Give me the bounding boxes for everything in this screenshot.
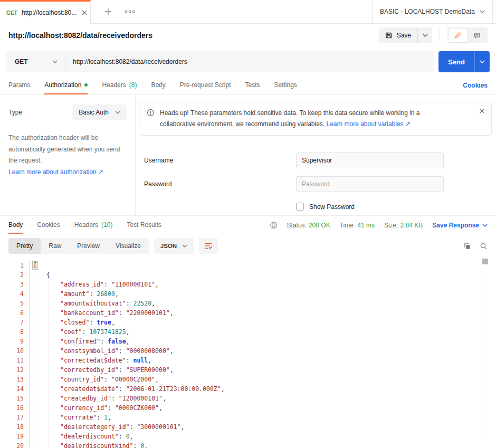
chevron-down-icon (52, 60, 58, 63)
code-line: 5"amountwithoutvat": 22520, (0, 299, 496, 308)
response-tab-cookies[interactable]: Cookies (37, 216, 60, 234)
username-label: Username (144, 157, 296, 164)
code-line: 11"correctedat$date": null, (0, 356, 496, 365)
request-tab[interactable]: GET http://localhost:80... (0, 0, 91, 24)
response-tab-headers[interactable]: Headers(10) (74, 216, 113, 234)
environment-name: BASIC - LOCALHOST DemoData (380, 8, 475, 15)
code-line: 9"confirmed": false, (0, 337, 496, 346)
view-raw[interactable]: Raw (41, 238, 69, 254)
response-tabs-row: Body Cookies Headers(10) Test Results St… (0, 215, 496, 234)
method-select[interactable]: GET (6, 51, 65, 72)
size-badge: Size:2.84 KB (384, 222, 423, 229)
url-bar: GET http://localhost:8082/data/receivedo… (0, 47, 496, 77)
pane-edge (492, 0, 496, 24)
response-toolbar: Pretty Raw Preview Visualize JSON (0, 234, 496, 258)
auth-type-label: Type (8, 109, 22, 116)
code-line: 6"bankaccount_id": "2200000101", (0, 308, 496, 318)
banner-close-icon[interactable] (479, 108, 485, 114)
code-line: 12"correctedby_id": "SUPER00000", (0, 365, 496, 375)
scrollbar-thumb[interactable] (482, 259, 488, 264)
format-select[interactable]: JSON (154, 238, 194, 254)
code-line: 3"address_id": "1100000101", (0, 280, 496, 289)
url-input[interactable]: http://localhost:8082/data/receivedorder… (65, 58, 195, 65)
response-tool-icons (463, 242, 488, 250)
time-badge: Time:41 ms (340, 222, 375, 229)
headers-count-badge: (8) (129, 81, 137, 89)
response-tab-test-results[interactable]: Test Results (127, 216, 161, 234)
send-options-chevron[interactable] (474, 51, 490, 72)
view-preview[interactable]: Preview (69, 238, 108, 254)
view-pretty[interactable]: Pretty (8, 238, 41, 254)
auth-help-text: The authorization header will be automat… (8, 132, 130, 178)
sensitive-data-banner: Heads up! These parameters hold sensitiv… (140, 102, 492, 136)
new-tab-plus-icon[interactable] (104, 8, 112, 15)
save-icon (385, 32, 393, 39)
cookies-link[interactable]: Cookies (463, 82, 488, 89)
tab-authorization[interactable]: Authorization (44, 77, 88, 94)
copy-icon[interactable] (463, 242, 471, 250)
code-line: 13"country_id": "00000CZ000", (0, 375, 496, 384)
chevron-down-icon (482, 224, 488, 227)
code-line: 20"dealerdiscountkind": 0, (0, 441, 496, 448)
format-value: JSON (160, 243, 177, 249)
send-button[interactable]: Send (438, 51, 490, 72)
view-mode-segment: Pretty Raw Preview Visualize (8, 238, 149, 254)
username-field[interactable] (296, 152, 444, 168)
response-tab-body[interactable]: Body (8, 216, 23, 234)
tab-prerequest-script[interactable]: Pre-request Script (180, 77, 231, 94)
code-line: 19"dealerdiscount": 0, (0, 432, 496, 441)
code-line: 1[ (0, 261, 496, 270)
code-line: 4"amount": 26800, (0, 289, 496, 299)
tab-method-badge: GET (6, 10, 17, 16)
close-icon[interactable] (82, 10, 87, 15)
tab-params[interactable]: Params (8, 77, 30, 94)
request-header: http://localhost:8082/data/receivedorder… (0, 24, 496, 47)
edit-comment-group (447, 27, 488, 43)
password-label: Password (144, 180, 296, 188)
scrollbar-track[interactable] (481, 259, 481, 444)
word-wrap-button[interactable] (199, 238, 218, 254)
authorization-panel: Type Basic Auth The authorization header… (0, 95, 496, 215)
code-line: 8"coef": 1073741825, (0, 327, 496, 337)
tab-tests[interactable]: Tests (245, 77, 260, 94)
more-options-icon[interactable] (125, 10, 135, 13)
comment-icon[interactable] (468, 28, 487, 42)
save-button[interactable]: Save (379, 27, 432, 43)
auth-type-select[interactable]: Basic Auth (72, 104, 127, 120)
show-password-label: Show Password (309, 203, 355, 211)
response-headers-count-badge: (10) (101, 221, 112, 228)
tab-settings[interactable]: Settings (274, 77, 297, 94)
save-options-chevron[interactable] (417, 27, 432, 43)
tab-body[interactable]: Body (151, 77, 165, 94)
method-value: GET (15, 58, 28, 65)
environment-selector[interactable]: BASIC - LOCALHOST DemoData (372, 0, 492, 24)
network-globe-icon[interactable] (270, 221, 278, 229)
code-line: 17"currrate": 1, (0, 413, 496, 422)
learn-more-authorization-link[interactable]: Learn more about authorization ↗ (8, 168, 103, 176)
tab-strip: GET http://localhost:80... BASIC - LOCAL… (0, 0, 496, 24)
chevron-down-icon (182, 244, 187, 247)
password-field[interactable] (296, 176, 444, 192)
response-body-code: 1[2{3"address_id": "1100000101",4"amount… (0, 258, 496, 448)
send-button-label: Send (438, 51, 474, 72)
banner-text: Heads up! These parameters hold sensitiv… (160, 108, 420, 130)
divider (440, 29, 440, 42)
code-line: 16"currency_id": "0000CZK000", (0, 403, 496, 413)
search-icon[interactable] (480, 242, 488, 250)
request-tabs: Params Authorization Headers(8) Body Pre… (0, 77, 496, 95)
response-stats: Status:200 OK Time:41 ms Size:2.84 KB Sa… (270, 216, 488, 234)
code-line: 10"constsymbol_id": "0000008000", (0, 346, 496, 356)
save-response-button[interactable]: Save Response (432, 222, 488, 229)
response-code: 1[2{3"address_id": "1100000101",4"amount… (0, 261, 496, 448)
code-line: 15"createdby_id": "1200000101", (0, 394, 496, 403)
code-line: 14"createdat$date": "2006-01-21T23:00:00… (0, 384, 496, 394)
auth-credentials-column: Heads up! These parameters hold sensitiv… (136, 95, 496, 215)
tab-headers[interactable]: Headers(8) (102, 77, 137, 94)
auth-type-column: Type Basic Auth The authorization header… (0, 95, 136, 215)
view-visualize[interactable]: Visualize (108, 238, 149, 254)
auth-active-dot (84, 83, 88, 87)
tab-title: http://localhost:80... (22, 9, 77, 16)
edit-pencil-icon[interactable] (449, 28, 468, 42)
show-password-checkbox[interactable] (296, 203, 304, 211)
learn-more-variables-link[interactable]: Learn more about variables ↗ (327, 120, 411, 128)
